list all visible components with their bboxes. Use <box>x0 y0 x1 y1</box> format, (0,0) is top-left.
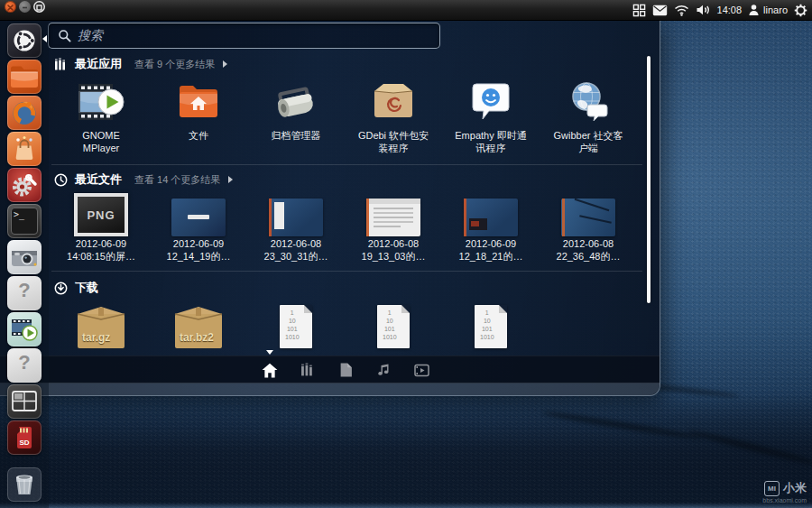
launcher-sd-card[interactable]: SD <box>7 420 42 455</box>
screenshot-thumbnail <box>150 193 247 236</box>
app-tile-gwibber[interactable]: Gwibber 社交客户端 <box>540 76 637 154</box>
shopping-bag-icon <box>7 132 42 166</box>
app-tile-archive-manager[interactable]: 归档管理器 <box>247 76 345 143</box>
user-menu[interactable]: linaro <box>748 4 788 16</box>
launcher-camera[interactable] <box>7 240 42 274</box>
chat-bubble-smiley-icon <box>442 76 540 128</box>
dash-overlay: 搜索 最近应用 查看 9 个更多结果 <box>0 20 660 396</box>
section-divider <box>51 164 642 165</box>
volume-indicator-icon[interactable] <box>696 4 711 16</box>
user-icon <box>748 4 760 16</box>
window-minimize-button[interactable] <box>19 1 31 13</box>
see-more-link[interactable]: 查看 9 个更多结果 <box>134 58 215 71</box>
launcher-terminal[interactable]: >_ <box>7 204 42 238</box>
launcher-unknown-2[interactable]: ? <box>7 348 42 383</box>
svg-text:SD: SD <box>19 439 29 447</box>
launcher-unknown-1[interactable]: ? <box>7 276 42 310</box>
binary-doc-icon: 1 10 101 1010 <box>345 300 442 348</box>
wallpaper-bottom-shade <box>0 391 812 508</box>
question-mark-text: ? <box>7 351 42 374</box>
file-tile[interactable]: PNG 2012-06-09 14:08:15的屏… <box>52 193 150 263</box>
mail-indicator-icon[interactable] <box>652 5 668 16</box>
binary-doc-icon: 1 10 101 1010 <box>442 300 540 348</box>
active-lens-caret <box>266 350 273 355</box>
window-close-button[interactable] <box>5 1 16 13</box>
lens-video[interactable] <box>402 364 440 377</box>
dash-bottom-edge <box>0 383 660 395</box>
file-label: 2012-06-09 14:08:15的屏… <box>60 238 143 263</box>
apps-section-icon <box>54 58 68 71</box>
app-tile-gnome-mplayer[interactable]: GNOME MPlayer <box>52 76 150 154</box>
file-tile[interactable]: 2012-06-09 12_18_21的… <box>442 193 540 263</box>
expand-arrow-icon[interactable] <box>228 176 233 183</box>
section-title: 最近应用 <box>75 56 122 72</box>
watermark-brand: 小米 <box>783 480 807 496</box>
launcher-dash-home[interactable] <box>7 23 42 58</box>
download-tile-doc[interactable]: 1 10 101 1010 <box>247 300 345 348</box>
firefox-icon <box>7 96 42 130</box>
cardboard-box-icon: tar.gz <box>52 300 150 348</box>
trash-basket-icon <box>7 467 42 502</box>
lens-files[interactable] <box>327 363 364 377</box>
lens-bar <box>0 356 660 383</box>
see-more-link[interactable]: 查看 14 个更多结果 <box>134 173 220 187</box>
wifi-indicator-icon[interactable] <box>674 5 689 16</box>
download-tile-targz[interactable]: tar.gz <box>52 300 150 348</box>
search-placeholder: 搜索 <box>78 28 103 44</box>
lens-applications[interactable] <box>289 363 327 377</box>
screenshot-thumbnail <box>247 193 345 236</box>
launcher-workspace-switcher[interactable] <box>7 384 42 419</box>
dash-scrollbar[interactable] <box>647 56 651 303</box>
search-input[interactable]: 搜索 <box>48 23 440 49</box>
folder-icon <box>7 60 42 94</box>
app-tile-gdebi[interactable]: GDebi 软件包安装程序 <box>345 76 442 154</box>
wallpaper-bottom-edge <box>0 503 812 508</box>
ubuntu-logo-icon <box>7 23 42 58</box>
launcher-media-player[interactable] <box>7 312 42 346</box>
lens-home[interactable] <box>251 363 289 378</box>
section-divider <box>51 271 642 272</box>
file-tile[interactable]: 2012-06-09 12_14_19的… <box>150 193 247 263</box>
clock[interactable]: 14:08 <box>717 5 743 15</box>
file-label: 2012-06-09 12_14_19的… <box>157 238 240 263</box>
window-maximize-button[interactable] <box>33 1 45 13</box>
download-tile-doc[interactable]: 1 10 101 1010 <box>345 300 442 348</box>
launcher-trash[interactable] <box>7 467 42 502</box>
archive-roller-icon <box>247 76 345 128</box>
gear-wrench-icon <box>7 168 42 202</box>
file-tile[interactable]: 2012-06-08 22_36_48的… <box>540 193 637 263</box>
app-tile-empathy[interactable]: Empathy 即时通讯程序 <box>442 76 540 154</box>
launcher-software-center[interactable] <box>7 132 42 166</box>
file-label: 2012-06-08 23_30_31的… <box>254 238 337 263</box>
cardboard-box-icon: tar.bz2 <box>150 300 247 348</box>
gnome-mplayer-icon <box>52 76 150 128</box>
watermark-site: bbs.xiaomi.com <box>762 497 807 503</box>
workspace-indicator-icon[interactable] <box>632 4 646 17</box>
question-mark-text: ? <box>7 279 42 302</box>
session-gear-icon[interactable] <box>794 4 807 17</box>
file-tile[interactable]: 2012-06-08 19_13_03的… <box>345 193 442 263</box>
download-tile-tarbz2[interactable]: tar.bz2 <box>150 300 247 348</box>
file-tile[interactable]: 2012-06-08 23_30_31的… <box>247 193 345 263</box>
window-thumbnail <box>345 193 442 236</box>
section-recent-apps-header: 最近应用 查看 9 个更多结果 <box>54 56 227 72</box>
top-panel: 14:08 linaro <box>0 0 812 21</box>
watermark: MI 小米 bbs.xiaomi.com <box>762 480 807 503</box>
launcher: >_ ? <box>0 20 49 508</box>
launcher-firefox[interactable] <box>7 96 42 130</box>
app-tile-files[interactable]: 文件 <box>150 76 247 143</box>
lens-music[interactable] <box>364 363 402 377</box>
terminal-prompt-text: >_ <box>14 209 24 219</box>
launcher-files[interactable] <box>7 60 42 94</box>
workspace-grid-icon <box>7 384 42 419</box>
launcher-system-settings[interactable] <box>7 168 42 202</box>
download-icon <box>54 282 68 295</box>
section-recent-files-header: 最近文件 查看 14 个更多结果 <box>54 171 233 188</box>
focused-app-arrow <box>42 35 47 42</box>
username: linaro <box>763 5 788 15</box>
expand-arrow-icon[interactable] <box>223 60 227 68</box>
download-tile-doc[interactable]: 1 10 101 1010 <box>442 300 540 348</box>
file-label: 2012-06-08 22_36_48的… <box>547 238 630 263</box>
sd-card-icon: SD <box>7 420 42 455</box>
binary-doc-icon: 1 10 101 1010 <box>247 300 345 348</box>
